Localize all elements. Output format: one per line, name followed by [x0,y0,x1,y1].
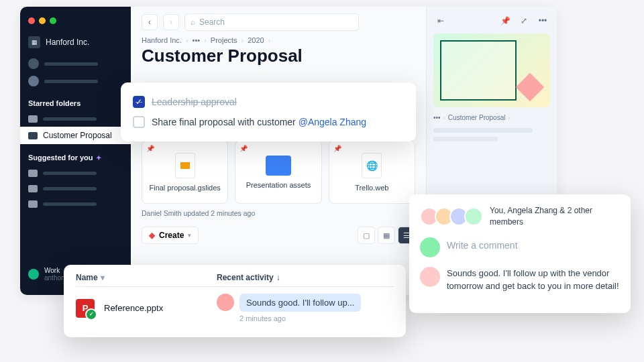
search-placeholder: Search [199,17,225,27]
create-label: Create [159,231,184,240]
nav-forward-button[interactable]: › [163,14,179,30]
pin-icon: 📌 [146,145,154,152]
file-name: Trello.web [355,184,388,192]
view-switcher: ▢ ▦ ☰ [358,227,415,244]
task-row[interactable]: Share final proposal with customer @Ange… [133,112,404,132]
tasks-popover: ✓ Leadership approval Share final propos… [121,82,416,141]
crumb-more[interactable]: ••• [433,114,441,121]
view-grid-button[interactable]: ▦ [378,227,395,244]
suggested-header: Suggested for you✦ [20,144,131,166]
breadcrumb: Hanford Inc.› •••› Projects› 2020› [142,36,415,44]
more-icon[interactable]: ••• [535,13,550,28]
inspector-toolbar: ⇤ 📌 ⤢ ••• [433,13,550,28]
sparkle-icon: ✦ [96,154,101,162]
file-card[interactable]: 📌 Presentation assets [235,140,321,204]
file-grid: 📌 Final proposal.gslides 📌 Presentation … [142,140,415,204]
col-name[interactable]: Name▾ [76,273,217,282]
comment-input[interactable]: Write a comment [447,237,620,257]
comment-text: Sounds good. I'll follow up with the ven… [447,267,620,293]
toolbar: ◆ Create ▾ ▢ ▦ ☰ [142,227,415,244]
list-header: Name▾ Recent activity↓ [76,273,394,286]
workspace-selector[interactable]: ▦ Hanford Inc. [20,34,131,55]
create-icon: ◆ [149,231,155,240]
file-caption: Daniel Smith updated 2 minutes ago [142,209,415,217]
search-input[interactable]: ⌕ Search [184,13,359,31]
folder-icon [28,115,38,123]
main-content: ‹ › ⌕ Search Hanford Inc.› •••› Projects… [131,7,426,295]
members-text: You, Angela Zhang & 2 other members [490,205,620,228]
collapse-icon[interactable]: ⇤ [433,13,448,28]
folder-icon [266,156,291,176]
topbar: ‹ › ⌕ Search [142,13,415,31]
close-icon[interactable] [28,17,35,24]
view-card-button[interactable]: ▢ [358,227,375,244]
arrow-down-icon: ↓ [276,273,280,282]
file-card[interactable]: 📌 🌐 Trello.web [329,140,415,204]
checkbox[interactable] [133,116,145,128]
search-icon: ⌕ [191,17,195,27]
nav-back-button[interactable]: ‹ [142,14,158,30]
sidebar-folder[interactable] [20,166,131,181]
sidebar-item[interactable] [20,72,131,90]
window-controls [20,13,131,34]
col-activity[interactable]: Recent activity↓ [217,273,394,282]
skeleton [433,128,533,133]
sidebar-folder[interactable] [20,181,131,196]
comment-input-row: Write a comment [420,237,620,257]
crumb[interactable]: Hanford Inc. [142,36,182,44]
inspector-breadcrumb: •••› Customer Proposal› [433,114,550,121]
sidebar-folder[interactable] [20,196,131,212]
sidebar-item[interactable] [20,55,131,72]
list-row[interactable]: P Reference.pptx Sounds good. I'll follo… [76,286,394,329]
expand-icon[interactable]: ⤢ [517,13,531,28]
pin-icon[interactable]: 📌 [498,13,513,28]
file-card[interactable]: 📌 Final proposal.gslides [142,140,228,204]
web-icon: 🌐 [362,153,382,178]
maximize-icon[interactable] [50,17,56,24]
activity-preview: Sounds good. I'll follow up... 2 minutes… [217,294,361,322]
chevron-down-icon: ▾ [188,232,191,239]
pin-icon: 📌 [333,145,341,152]
row-name: Reference.pptx [104,303,163,313]
avatar [217,294,234,311]
mention[interactable]: @Angela Zhang [299,117,366,127]
comments-panel: You, Angela Zhang & 2 other members Writ… [409,194,631,313]
sidebar-folder-active[interactable]: Customer Proposal [20,127,131,144]
task-row[interactable]: ✓ Leadership approval [133,92,404,112]
folder-icon [28,132,38,139]
gslides-icon [175,153,195,178]
sidebar: ▦ Hanford Inc. Starred folders Customer … [20,7,131,295]
crumb[interactable]: Projects [211,36,237,44]
star-icon [28,76,39,86]
crumb[interactable]: 2020 [248,36,264,44]
folder-icon [28,200,38,208]
comment-row: Sounds good. I'll follow up with the ven… [420,267,620,293]
checkbox-checked[interactable]: ✓ [133,96,145,108]
avatar-stack[interactable] [420,207,483,226]
chevron-down-icon: ▾ [101,273,105,282]
folder-icon [28,170,38,177]
sidebar-folder[interactable] [20,111,131,127]
crumb-more[interactable]: ••• [193,36,201,44]
folder-icon [28,185,38,192]
starred-header: Starred folders [20,90,131,111]
page-title: Customer Proposal [142,46,415,66]
task-label: Share final proposal with customer @Ange… [152,117,366,127]
pptx-icon: P [76,299,95,318]
create-button[interactable]: ◆ Create ▾ [142,227,199,244]
user-icon [28,58,39,69]
activity-msg: Sounds good. I'll follow up... [239,294,361,312]
folder-label: Customer Proposal [43,131,112,140]
workspace-name: Hanford Inc. [46,38,89,47]
activity-time: 2 minutes ago [239,314,361,322]
skeleton [433,137,498,141]
avatar [28,269,39,280]
preview-image [433,34,550,107]
avatar [464,207,483,226]
crumb[interactable]: Customer Proposal [448,114,506,121]
minimize-icon[interactable] [39,17,46,24]
comments-header: You, Angela Zhang & 2 other members [420,205,620,228]
task-label: Leadership approval [152,97,237,107]
file-name: Final proposal.gslides [149,184,220,192]
file-name: Presentation assets [246,181,311,189]
